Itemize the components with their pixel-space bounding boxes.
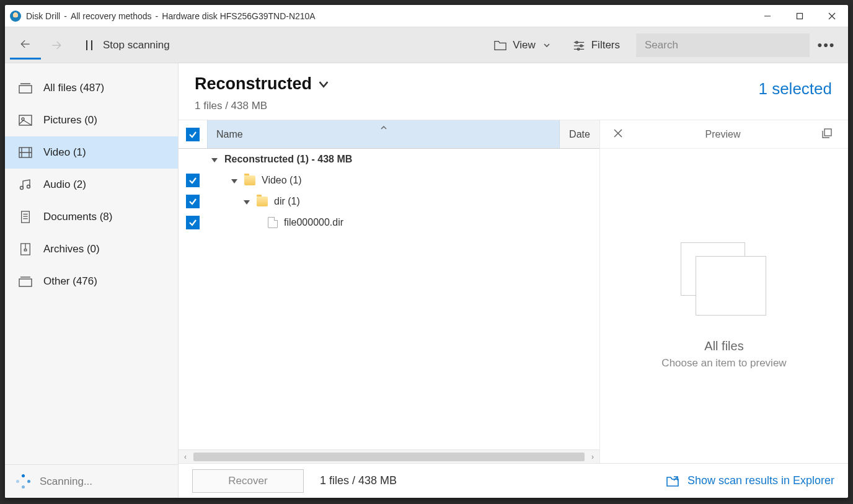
svg-rect-30 xyxy=(24,249,27,251)
preview-pane: Preview All files Choose an item to prev… xyxy=(600,120,848,463)
scroll-right-icon[interactable]: › xyxy=(586,453,599,461)
music-icon xyxy=(19,179,32,191)
row-checkbox[interactable] xyxy=(186,174,200,187)
preview-heading: All files xyxy=(704,339,743,353)
stack-icon xyxy=(19,275,32,288)
view-label: View xyxy=(513,39,536,51)
column-date-label: Date xyxy=(569,129,590,140)
titlebar: Disk Drill - All recovery methods - Hard… xyxy=(5,5,848,27)
sidebar-item-pictures[interactable]: Pictures (0) xyxy=(5,104,178,136)
show-in-explorer-label: Show scan results in Explorer xyxy=(687,474,834,487)
scan-status: Scanning... xyxy=(5,464,178,498)
sidebar-item-other[interactable]: Other (476) xyxy=(5,265,178,298)
section-subtitle: 1 files / 438 MB xyxy=(195,100,758,112)
svg-line-39 xyxy=(674,477,678,480)
tree-folder-label: dir (1) xyxy=(274,196,300,207)
svg-rect-38 xyxy=(824,129,831,136)
check-icon xyxy=(188,130,197,139)
preview-placeholder-icon xyxy=(681,242,767,317)
sidebar-item-documents[interactable]: Documents (8) xyxy=(5,201,178,233)
maximize-button[interactable] xyxy=(784,5,816,27)
sidebar-item-label: Archives (0) xyxy=(43,243,100,255)
sliders-icon xyxy=(573,40,585,51)
toolbar: Stop scanning View Filters Search ••• xyxy=(5,27,848,63)
sidebar-item-all-files[interactable]: All files (487) xyxy=(5,72,178,104)
stop-scanning-button[interactable]: Stop scanning xyxy=(72,31,182,60)
tree-file-label: file000000.dir xyxy=(284,217,343,228)
svg-marker-34 xyxy=(231,179,237,183)
minimize-button[interactable] xyxy=(751,5,784,27)
view-dropdown[interactable]: View xyxy=(483,31,562,60)
sidebar-item-archives[interactable]: Archives (0) xyxy=(5,233,178,265)
sidebar-item-label: Pictures (0) xyxy=(43,114,97,126)
close-icon xyxy=(614,129,622,138)
footer: Recover 1 files / 438 MB Show scan resul… xyxy=(179,463,848,498)
preview-subheading: Choose an item to preview xyxy=(661,357,786,369)
open-external-button[interactable] xyxy=(822,128,834,141)
triangle-down-icon[interactable] xyxy=(211,155,219,164)
horizontal-scrollbar[interactable]: ‹ › xyxy=(179,449,599,463)
document-icon xyxy=(19,211,32,223)
filters-label: Filters xyxy=(591,39,620,51)
title-app: Disk Drill xyxy=(26,11,60,21)
column-date[interactable]: Date xyxy=(560,120,599,148)
close-button[interactable] xyxy=(816,5,848,27)
tree-group-label: Reconstructed (1) - 438 MB xyxy=(224,154,352,165)
tree-folder-row[interactable]: Video (1) xyxy=(179,170,599,191)
svg-point-17 xyxy=(22,118,24,120)
sidebar-item-video[interactable]: Video (1) xyxy=(5,136,178,169)
chevron-down-icon xyxy=(543,42,550,49)
section-title: Reconstructed xyxy=(195,74,312,94)
tree-group-row[interactable]: Reconstructed (1) - 438 MB xyxy=(179,149,599,170)
window-stack-icon xyxy=(822,128,832,138)
row-checkbox[interactable] xyxy=(186,195,200,208)
close-preview-button[interactable] xyxy=(614,129,624,140)
column-headers: Name Date xyxy=(179,120,599,149)
forward-button[interactable] xyxy=(41,31,72,60)
svg-marker-33 xyxy=(211,158,218,162)
recover-button[interactable]: Recover xyxy=(192,469,304,493)
select-all-checkbox[interactable] xyxy=(186,128,200,141)
tree-folder-label: Video (1) xyxy=(262,175,302,186)
triangle-down-icon[interactable] xyxy=(231,176,239,185)
search-placeholder: Search xyxy=(645,39,678,51)
main-pane: Reconstructed 1 files / 438 MB 1 selecte… xyxy=(179,63,848,498)
stack-icon xyxy=(19,82,32,94)
back-button[interactable] xyxy=(10,31,41,60)
title-sep-1: - xyxy=(64,11,67,21)
scroll-thumb[interactable] xyxy=(193,453,585,461)
tree-folder-row[interactable]: dir (1) xyxy=(179,191,599,212)
svg-rect-1 xyxy=(797,13,803,19)
svg-rect-31 xyxy=(19,279,32,286)
sidebar-item-label: Other (476) xyxy=(43,275,97,288)
open-folder-icon xyxy=(666,475,679,487)
image-icon xyxy=(19,114,32,126)
chevron-down-icon xyxy=(318,79,329,90)
svg-marker-35 xyxy=(244,200,250,205)
scroll-left-icon[interactable]: ‹ xyxy=(179,453,192,461)
sidebar-item-label: Audio (2) xyxy=(43,179,86,191)
tree-file-row[interactable]: file000000.dir xyxy=(179,212,599,233)
sidebar-item-label: Documents (8) xyxy=(43,211,112,223)
film-icon xyxy=(19,146,32,159)
column-name[interactable]: Name xyxy=(207,120,560,148)
app-icon xyxy=(10,11,21,22)
column-name-label: Name xyxy=(216,129,243,140)
filters-button[interactable]: Filters xyxy=(562,31,631,60)
archive-icon xyxy=(19,243,32,255)
preview-title: Preview xyxy=(624,129,822,140)
app-window: Disk Drill - All recovery methods - Hard… xyxy=(5,5,848,498)
search-input[interactable]: Search xyxy=(636,33,810,57)
svg-rect-14 xyxy=(19,86,32,93)
row-checkbox[interactable] xyxy=(186,216,200,229)
sidebar-item-audio[interactable]: Audio (2) xyxy=(5,169,178,201)
show-in-explorer-link[interactable]: Show scan results in Explorer xyxy=(666,474,834,487)
triangle-down-icon[interactable] xyxy=(243,197,252,206)
stop-scanning-label: Stop scanning xyxy=(103,39,170,51)
more-menu-button[interactable]: ••• xyxy=(810,37,843,53)
selected-count: 1 selected xyxy=(758,74,832,99)
spinner-icon xyxy=(16,474,31,489)
section-title-dropdown[interactable]: Reconstructed xyxy=(195,74,758,94)
svg-rect-24 xyxy=(22,211,30,223)
file-icon xyxy=(268,217,278,228)
